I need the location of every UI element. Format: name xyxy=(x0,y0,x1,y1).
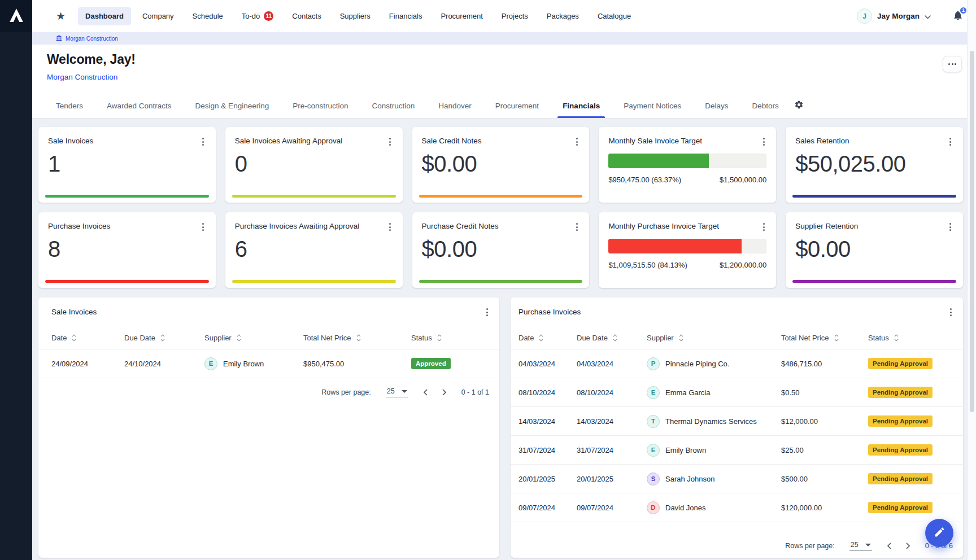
sort-icon xyxy=(613,334,617,342)
next-page-button[interactable] xyxy=(442,389,447,396)
column-header-total-net-price[interactable]: Total Net Price xyxy=(781,334,868,342)
kebab-menu-icon[interactable] xyxy=(945,135,956,148)
chevron-down-icon xyxy=(925,11,931,21)
status-badge: Pending Approval xyxy=(868,358,933,369)
notification-count-badge: 1 xyxy=(959,6,968,15)
table-row[interactable]: 24/09/2024 24/10/2024 E Emily Brown $950… xyxy=(38,349,499,378)
company-link[interactable]: Morgan Construction xyxy=(47,73,117,81)
kebab-menu-icon[interactable] xyxy=(385,221,396,233)
chevron-right-icon xyxy=(442,389,447,396)
tab-awarded-contracts[interactable]: Awarded Contracts xyxy=(95,93,184,118)
notifications-button[interactable]: 1 xyxy=(952,9,964,24)
table-row[interactable]: 09/07/2024 09/07/2024 D David Jones $120… xyxy=(511,493,963,522)
supplier-name: David Jones xyxy=(665,504,706,512)
breadcrumb-company-link[interactable]: Morgan Construction xyxy=(66,36,118,42)
cell-date: 20/01/2025 xyxy=(518,475,577,483)
nav-item-schedule[interactable]: Schedule xyxy=(185,7,230,25)
card-title: Monthly Purchase Invoice Target xyxy=(608,222,766,230)
column-header-supplier[interactable]: Supplier xyxy=(647,334,781,342)
column-header-date[interactable]: Date xyxy=(518,334,577,342)
tab-pre-construction[interactable]: Pre-construction xyxy=(281,93,360,118)
nav-item-todo[interactable]: To-do11 xyxy=(234,6,281,26)
tab-design-engineering[interactable]: Design & Engineering xyxy=(184,93,281,118)
sale-invoices-table: Sale Invoices Date Due Date Supplier Tot… xyxy=(38,298,499,558)
tab-tenders[interactable]: Tenders xyxy=(44,93,95,118)
nav-item-company[interactable]: Company xyxy=(135,7,181,25)
table-row[interactable]: 14/03/2024 14/03/2024 T Thermal Dynamics… xyxy=(511,407,963,436)
kebab-menu-icon[interactable] xyxy=(571,221,582,233)
card-accent-bar xyxy=(792,195,956,198)
table-row[interactable]: 31/07/2024 31/07/2024 E Emily Brown $25.… xyxy=(511,436,963,465)
nav-item-financials[interactable]: Financials xyxy=(382,7,430,25)
column-header-due-date[interactable]: Due Date xyxy=(577,334,647,342)
user-menu[interactable]: J Jay Morgan xyxy=(857,8,931,24)
rows-per-page-select[interactable]: 25 xyxy=(386,387,408,397)
tab-settings-button[interactable] xyxy=(794,93,804,118)
tab-construction[interactable]: Construction xyxy=(360,93,426,118)
nav-item-contacts[interactable]: Contacts xyxy=(285,7,328,25)
card-value: $50,025.00 xyxy=(795,151,953,177)
tab-handover[interactable]: Handover xyxy=(426,93,483,118)
kebab-menu-icon[interactable] xyxy=(481,306,493,318)
card-accent-bar xyxy=(419,280,583,283)
sort-icon xyxy=(539,334,543,342)
kebab-menu-icon[interactable] xyxy=(198,135,209,148)
scrollbar-thumb[interactable] xyxy=(970,51,974,412)
column-header-status[interactable]: Status xyxy=(411,334,486,342)
nav-item-projects[interactable]: Projects xyxy=(494,7,535,25)
supplier-avatar: T xyxy=(647,415,660,428)
card-value: 8 xyxy=(48,237,206,262)
tab-debtors[interactable]: Debtors xyxy=(740,93,790,118)
sort-icon xyxy=(72,334,76,342)
card-supplier-retention: Supplier Retention $0.00 xyxy=(786,212,963,288)
progress-fill xyxy=(608,239,741,253)
favorites-star-icon[interactable]: ★ xyxy=(56,11,66,21)
column-header-status[interactable]: Status xyxy=(868,334,955,342)
table-row[interactable]: 20/01/2025 20/01/2025 S Sarah Johnson $5… xyxy=(511,465,963,493)
tab-delays[interactable]: Delays xyxy=(693,93,740,118)
nav-item-catalogue[interactable]: Catalogue xyxy=(590,7,638,25)
tab-procurement[interactable]: Procurement xyxy=(483,93,551,118)
table-pagination: Rows per page: 25 0 - 1 of 1 xyxy=(38,378,499,404)
kebab-menu-icon[interactable] xyxy=(385,135,396,148)
kebab-menu-icon[interactable] xyxy=(758,135,769,148)
previous-page-button[interactable] xyxy=(423,389,428,396)
nav-item-suppliers[interactable]: Suppliers xyxy=(333,7,378,25)
card-sale-invoices: Sale Invoices 1 xyxy=(38,127,216,203)
card-accent-bar xyxy=(792,280,956,283)
column-header-date[interactable]: Date xyxy=(51,334,124,342)
table-row[interactable]: 08/10/2024 08/10/2024 E Emma Garcia $0.5… xyxy=(511,378,963,407)
kebab-menu-icon[interactable] xyxy=(758,221,769,233)
kebab-menu-icon[interactable] xyxy=(945,306,956,318)
rows-per-page-select[interactable]: 25 xyxy=(849,540,872,551)
table-row[interactable]: 04/03/2024 04/03/2024 P Pinnacle Piping … xyxy=(511,349,963,378)
card-title: Sale Credit Notes xyxy=(422,137,580,145)
sidebar xyxy=(0,0,32,560)
sort-icon xyxy=(237,334,241,342)
edit-fab[interactable] xyxy=(925,519,953,547)
tab-financials[interactable]: Financials xyxy=(551,93,612,118)
progress-fill xyxy=(608,154,708,168)
app-logo[interactable] xyxy=(0,0,32,32)
card-title: Supplier Retention xyxy=(795,222,953,230)
tab-payment-notices[interactable]: Payment Notices xyxy=(612,93,693,118)
column-header-supplier[interactable]: Supplier xyxy=(204,334,303,342)
previous-page-button[interactable] xyxy=(887,542,891,549)
column-header-due-date[interactable]: Due Date xyxy=(124,334,204,342)
kebab-menu-icon[interactable] xyxy=(198,221,209,233)
status-badge: Pending Approval xyxy=(868,444,933,456)
card-value: $0.00 xyxy=(422,237,580,262)
nav-item-procurement[interactable]: Procurement xyxy=(433,7,490,25)
nav-item-packages[interactable]: Packages xyxy=(539,7,586,25)
more-options-button[interactable] xyxy=(943,56,962,72)
column-header-total-net-price[interactable]: Total Net Price xyxy=(303,334,411,342)
kebab-menu-icon[interactable] xyxy=(945,221,956,233)
cell-due-date: 31/07/2024 xyxy=(577,446,647,454)
supplier-avatar: E xyxy=(204,357,217,370)
nav-item-dashboard[interactable]: Dashboard xyxy=(78,7,131,25)
table-header-row: Date Due Date Supplier Total Net Price S… xyxy=(511,327,963,349)
chevron-left-icon xyxy=(423,389,428,396)
next-page-button[interactable] xyxy=(906,542,910,549)
cell-amount: $12,000.00 xyxy=(781,417,868,426)
kebab-menu-icon[interactable] xyxy=(571,135,582,148)
